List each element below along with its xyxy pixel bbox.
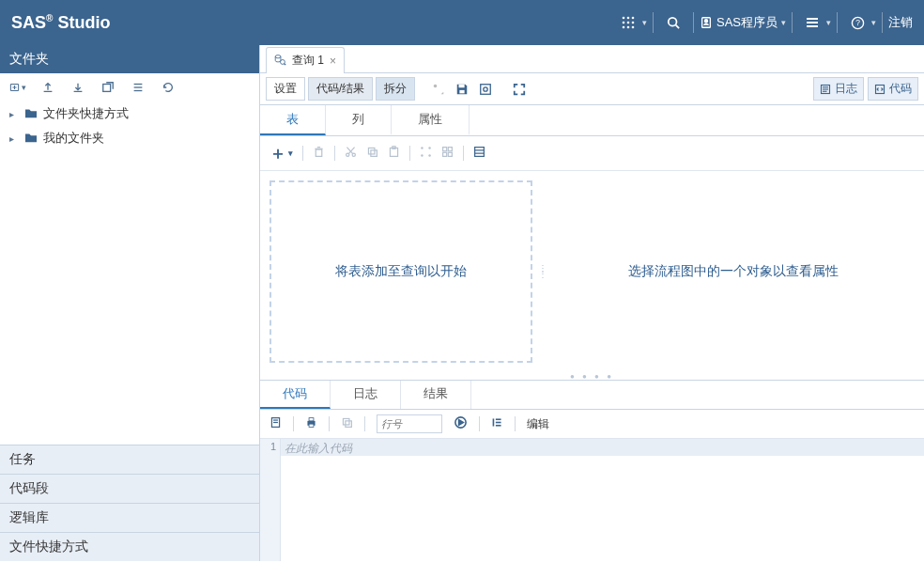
bottom-tab-results[interactable]: 结果	[401, 381, 471, 409]
code-gutter: 1	[260, 439, 281, 561]
svg-rect-55	[443, 152, 447, 156]
svg-rect-30	[460, 89, 465, 93]
preview-icon[interactable]	[475, 79, 496, 100]
folder-icon	[24, 132, 38, 146]
tab-query[interactable]: 查询 1 ×	[266, 47, 345, 73]
svg-rect-56	[448, 152, 452, 156]
split-button[interactable]: 拆分	[376, 77, 415, 101]
svg-point-12	[704, 20, 707, 23]
properties-zone: ⋮⋮ 选择流程图中的一个对象以查看属性	[542, 171, 924, 372]
paste-icon	[388, 146, 400, 161]
copy-code-icon	[341, 416, 353, 431]
run-icon	[428, 79, 449, 100]
svg-point-50	[421, 154, 423, 156]
tab-strip: 查询 1 ×	[260, 45, 924, 73]
code-results-button[interactable]: 代码/结果	[308, 77, 373, 101]
apps-icon[interactable]	[614, 8, 642, 37]
save-icon[interactable]	[452, 79, 472, 100]
print-icon[interactable]	[305, 416, 317, 431]
refresh-icon[interactable]	[160, 79, 177, 96]
svg-point-5	[632, 22, 635, 24]
open-icon[interactable]	[270, 416, 282, 431]
bottom-toolbar: 编辑	[260, 410, 924, 439]
bottom-tabs: 代码 日志 结果	[260, 381, 924, 410]
subtab-attr[interactable]: 属性	[392, 105, 470, 135]
svg-rect-64	[309, 418, 314, 421]
tree-twist-icon[interactable]: ▸	[9, 133, 19, 144]
svg-rect-57	[475, 148, 485, 157]
svg-line-27	[285, 63, 286, 65]
top-bar: SAS® Studio ▾ SAS程序员 ▾ ▾ ? ▾ 注销	[0, 0, 924, 45]
svg-point-9	[669, 18, 677, 26]
help-icon[interactable]: ?	[843, 8, 871, 37]
subtab-table[interactable]: 表	[260, 105, 326, 135]
properties-icon[interactable]	[473, 146, 485, 161]
code-input[interactable]: 在此输入代码	[281, 439, 924, 456]
user-caret: ▾	[781, 18, 786, 27]
tree-label: 我的文件夹	[43, 130, 104, 147]
tab-label: 查询 1	[292, 53, 324, 69]
svg-point-1	[627, 17, 630, 20]
svg-rect-29	[459, 84, 465, 87]
new-window-icon[interactable]	[100, 79, 116, 96]
designer-area: 将表添加至查询以开始 ⋮⋮ 选择流程图中的一个对象以查看属性 ● ● ● ● 代…	[260, 171, 924, 561]
svg-line-10	[676, 25, 680, 29]
svg-rect-65	[309, 424, 314, 427]
apps-caret[interactable]: ▾	[642, 18, 647, 27]
svg-rect-66	[343, 418, 349, 425]
left-panel: 文件夹 ▾ ▸ 文件夹快捷方式 ▸ 我的文件夹 任	[0, 45, 260, 561]
svg-point-6	[623, 26, 625, 29]
code-toggle-label: 代码	[889, 81, 912, 97]
close-icon[interactable]: ×	[330, 55, 336, 68]
horizontal-split-grip[interactable]: ● ● ● ●	[260, 372, 924, 380]
vertical-split-grip[interactable]: ⋮⋮	[538, 266, 549, 277]
list-view-icon[interactable]	[130, 79, 146, 96]
bottom-tab-code[interactable]: 代码	[260, 381, 331, 409]
help-caret[interactable]: ▾	[871, 18, 876, 27]
format-icon[interactable]	[491, 416, 503, 431]
signout-link[interactable]: 注销	[888, 14, 913, 31]
svg-rect-21	[103, 85, 111, 92]
svg-point-51	[428, 147, 430, 148]
go-to-line-icon[interactable]	[454, 415, 468, 432]
propzone-text: 选择流程图中的一个对象以查看属性	[628, 263, 839, 280]
accordion-libraries[interactable]: 逻辑库	[0, 503, 259, 532]
code-toggle-button[interactable]: 代码	[868, 77, 918, 101]
svg-point-32	[484, 86, 487, 90]
tree-twist-icon[interactable]: ▸	[9, 109, 19, 119]
fullscreen-icon[interactable]	[509, 79, 530, 100]
new-dropdown-icon[interactable]: ▾	[9, 79, 26, 96]
more-caret[interactable]: ▾	[826, 18, 831, 27]
folders-header[interactable]: 文件夹	[0, 45, 259, 73]
brand: SAS® Studio	[11, 13, 110, 33]
svg-point-7	[627, 26, 630, 29]
svg-rect-46	[371, 150, 377, 157]
add-button[interactable]: ＋▾	[270, 142, 293, 164]
join-icon	[420, 146, 432, 161]
more-menu-icon[interactable]	[798, 8, 826, 37]
upload-icon[interactable]	[39, 79, 56, 96]
select-all-icon	[441, 146, 454, 161]
svg-point-3	[623, 22, 625, 24]
subtab-column[interactable]: 列	[326, 105, 392, 135]
svg-text:?: ?	[855, 18, 860, 27]
svg-point-52	[428, 154, 430, 156]
search-icon[interactable]	[659, 8, 687, 37]
tree-folder-shortcuts[interactable]: ▸ 文件夹快捷方式	[0, 102, 259, 126]
user-menu[interactable]: SAS程序员 ▾	[700, 14, 786, 31]
cut-icon	[345, 146, 357, 161]
accordion-tasks[interactable]: 任务	[0, 445, 259, 474]
tree-my-folders[interactable]: ▸ 我的文件夹	[0, 126, 259, 150]
log-toggle-button[interactable]: 日志	[813, 77, 864, 101]
edit-mode-button[interactable]: 编辑	[527, 416, 549, 432]
download-icon[interactable]	[69, 79, 86, 96]
log-toggle-label: 日志	[835, 81, 857, 97]
reg-mark: ®	[46, 13, 53, 23]
bottom-tab-log[interactable]: 日志	[331, 381, 401, 409]
accordion-file-shortcuts[interactable]: 文件快捷方式	[0, 532, 259, 561]
table-dropzone[interactable]: 将表添加至查询以开始	[270, 180, 532, 363]
settings-button[interactable]: 设置	[266, 77, 305, 101]
accordion-snippets[interactable]: 代码段	[0, 474, 259, 503]
line-number-input[interactable]	[377, 414, 442, 433]
brand-name: SAS	[11, 13, 46, 32]
